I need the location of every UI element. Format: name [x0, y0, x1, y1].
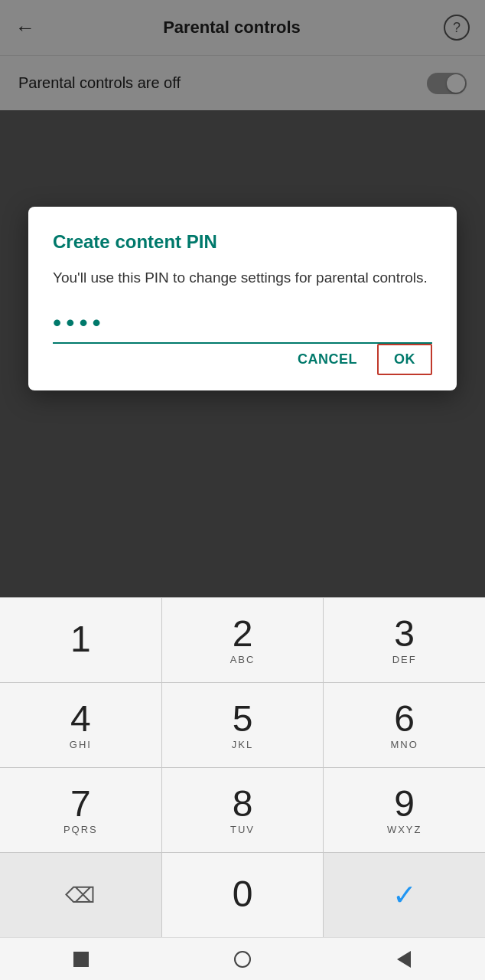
back-button-nav[interactable]	[389, 944, 419, 975]
navigation-bar	[0, 937, 485, 980]
checkmark-icon: ✓	[392, 878, 417, 912]
dialog-actions: CANCEL OK	[53, 344, 432, 375]
dialog-body: You'll use this PIN to change settings f…	[53, 268, 432, 289]
create-pin-dialog: Create content PIN You'll use this PIN t…	[28, 207, 457, 390]
key-backspace[interactable]: ⌫	[0, 853, 161, 937]
key-5[interactable]: 5 JKL	[162, 683, 324, 767]
key-8[interactable]: 8 TUV	[162, 768, 324, 852]
keypad-grid: 1 2 ABC 3 DEF 4 GHI 5 JKL 6 MNO 7 PQRS	[0, 597, 485, 937]
numeric-keypad: 1 2 ABC 3 DEF 4 GHI 5 JKL 6 MNO 7 PQRS	[0, 597, 485, 937]
key-7[interactable]: 7 PQRS	[0, 768, 161, 852]
recent-apps-button[interactable]	[66, 944, 96, 975]
key-6[interactable]: 6 MNO	[324, 683, 485, 767]
pin-field-wrapper: ••••	[53, 310, 432, 344]
key-9[interactable]: 9 WXYZ	[324, 768, 485, 852]
back-icon	[397, 951, 411, 968]
ok-button[interactable]: OK	[377, 344, 432, 375]
key-4[interactable]: 4 GHI	[0, 683, 161, 767]
key-2[interactable]: 2 ABC	[162, 598, 324, 682]
backspace-icon: ⌫	[65, 883, 96, 908]
pin-dots: ••••	[53, 310, 432, 338]
recent-apps-icon	[73, 952, 89, 967]
key-3[interactable]: 3 DEF	[324, 598, 485, 682]
key-1[interactable]: 1	[0, 598, 161, 682]
dialog-overlay: Create content PIN You'll use this PIN t…	[0, 0, 485, 597]
home-button[interactable]	[227, 944, 258, 975]
home-icon	[234, 951, 251, 968]
key-confirm[interactable]: ✓	[324, 853, 485, 937]
dialog-title: Create content PIN	[53, 231, 432, 253]
key-0[interactable]: 0	[162, 853, 324, 937]
cancel-button[interactable]: CANCEL	[284, 344, 371, 375]
